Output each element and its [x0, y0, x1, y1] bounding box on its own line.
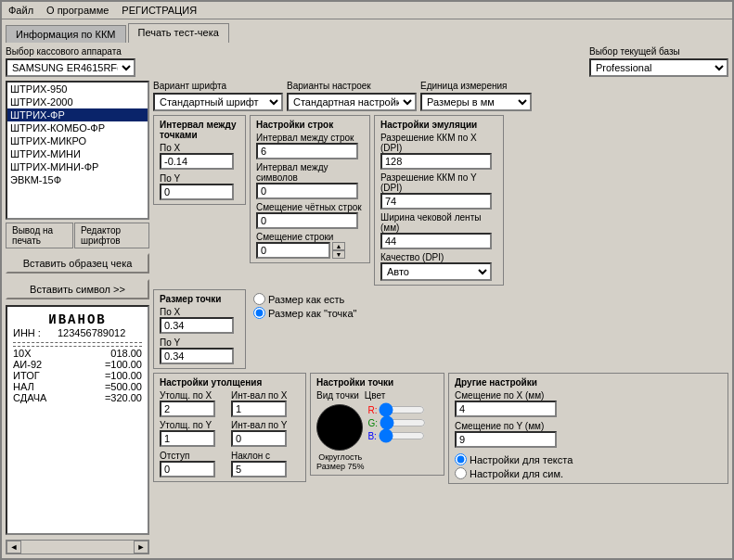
print-preview: ИВАНОВ ИНН : 123456789012 10Х018.00 АИ-9… — [6, 305, 149, 535]
interval-y-input[interactable] — [160, 184, 234, 200]
quality-select[interactable]: Авто — [380, 262, 492, 281]
third-settings-row: Размер точки По X По Y Р — [153, 289, 728, 369]
point-y-label: По Y — [160, 337, 239, 348]
b-slider[interactable] — [379, 430, 425, 441]
color-circle-container: Округлость Размер 75% — [316, 404, 364, 471]
g-slider[interactable] — [380, 417, 426, 428]
size-options-box: Размер как есть Размер как "точка" — [250, 289, 360, 323]
size-as-dot-radio[interactable] — [253, 307, 265, 319]
interval-x-input[interactable] — [160, 153, 234, 170]
thick-x-input[interactable] — [160, 401, 215, 417]
g-slider-row: G: — [367, 417, 426, 428]
menu-registration[interactable]: РЕГИСТРАЦИЯ — [119, 4, 200, 17]
tab-print-test[interactable]: Печать тест-чека — [128, 23, 229, 43]
thickening-section: Настройки утолщения Утолщ. по X Инт-вал … — [153, 373, 306, 482]
for-text-radio[interactable] — [455, 453, 467, 465]
tab-print-output[interactable]: Вывод на печать — [6, 223, 73, 248]
point-y-input[interactable] — [160, 348, 234, 364]
spin-up-btn[interactable]: ▲ — [332, 242, 345, 250]
for-text-option[interactable]: Настройки для текста — [455, 453, 722, 465]
content-area: Выбор кассового аппарата SAMSUNG ER4615R… — [2, 43, 732, 558]
b-label: B: — [367, 431, 376, 441]
indent-input[interactable] — [160, 461, 215, 477]
right-panel: Вариант шрифта Стандартный шрифт Вариант… — [153, 81, 728, 554]
list-item[interactable]: ШТРИХ-МИНИ — [7, 147, 148, 160]
settings-target-group: Настройки для текста Настройки для сим. — [455, 453, 722, 479]
size-as-is-option[interactable]: Размер как есть — [253, 293, 356, 305]
slope-label: Наклон с — [231, 451, 300, 461]
insert-sample-button[interactable]: Вставить образец чека — [6, 253, 149, 274]
list-item[interactable]: ШТРИХ-МИНИ-ФР — [7, 160, 148, 173]
size-as-dot-option[interactable]: Размер как "точка" — [253, 307, 356, 319]
base-selection-label: Выбор текущей базы — [589, 46, 728, 57]
list-item[interactable]: ШТРИХ-950 — [7, 83, 148, 95]
scroll-right-btn[interactable]: ► — [134, 541, 148, 554]
for-symbol-option[interactable]: Настройки для сим. — [455, 467, 722, 479]
base-selection-dropdown[interactable]: Professional — [589, 58, 728, 77]
thick-y-interval-input[interactable] — [231, 430, 287, 447]
list-item-selected[interactable]: ШТРИХ-ФР — [7, 108, 148, 121]
slope-input[interactable] — [231, 461, 287, 477]
row-offset-input[interactable] — [256, 242, 330, 259]
kkm-selection-dropdown[interactable]: SAMSUNG ER4615RF(K — [6, 58, 135, 77]
x-offset-label: Смещение по X (мм) — [455, 390, 722, 401]
device-listbox[interactable]: ШТРИХ-950 ШТРИХ-2000 ШТРИХ-ФР ШТРИХ-КОМБ… — [6, 81, 149, 220]
preview-row-1: АИ-92=100.00 — [13, 359, 142, 370]
settings-variant-label: Варианты настроек — [287, 81, 417, 91]
spin-down-btn[interactable]: ▼ — [332, 250, 345, 259]
dpi-y-input[interactable] — [380, 193, 492, 210]
row-offset-label: Смещение строки — [256, 232, 364, 242]
insert-symbol-button[interactable]: Вставить символ >> — [6, 279, 149, 299]
measure-unit-group: Единица измерения Размеры в мм — [420, 81, 532, 111]
tab-font-editor[interactable]: Редактор шрифтов — [74, 223, 149, 248]
list-item[interactable]: ШТРИХ-МИКРО — [7, 134, 148, 147]
preview-row-0: 10Х018.00 — [13, 348, 142, 359]
point-settings-section: Настройки точки Вид точки Цвет — [310, 373, 444, 476]
indent-label: Отступ — [160, 451, 228, 461]
measure-unit-label: Единица измерения — [420, 81, 532, 91]
other-settings-section: Другие настройки Смещение по X (мм) Смещ… — [448, 373, 728, 484]
point-x-input[interactable] — [160, 317, 234, 334]
list-item[interactable]: ШТРИХ-КОМБО-ФР — [7, 121, 148, 134]
y-offset-input[interactable] — [455, 431, 557, 448]
menu-about[interactable]: О программе — [44, 4, 111, 17]
dpi-x-input[interactable] — [380, 153, 492, 170]
list-item[interactable]: ШТРИХ-2000 — [7, 95, 148, 108]
measure-unit-select[interactable]: Размеры в мм — [420, 93, 532, 111]
tape-width-input[interactable] — [380, 233, 492, 249]
g-label: G: — [367, 418, 378, 428]
scroll-track[interactable] — [21, 541, 134, 554]
symbol-interval-input[interactable] — [256, 183, 358, 199]
point-settings-title: Настройки точки — [316, 377, 438, 388]
settings-variant-select[interactable]: Стандартная настройка — [287, 93, 417, 111]
tab-kkm-info[interactable]: Информация по ККМ — [6, 25, 126, 43]
thick-x-interval-input[interactable] — [231, 401, 287, 417]
y-offset-label: Смещение по Y (мм) — [455, 421, 722, 431]
slope-group: Наклон с — [231, 451, 300, 477]
preview-scrollbar[interactable]: ◄ ► — [6, 540, 149, 554]
even-offset-input[interactable] — [256, 212, 358, 229]
dpi-y-label: Разрешение ККМ по Y (DPI) — [380, 172, 497, 193]
for-symbol-radio[interactable] — [455, 467, 467, 479]
indent-group: Отступ — [160, 451, 228, 477]
x-offset-input[interactable] — [455, 401, 557, 417]
list-item[interactable]: ЭВКМ-15Ф — [7, 173, 148, 186]
emulation-title: Настройки эмуляции — [380, 120, 497, 130]
font-variant-label: Вариант шрифта — [153, 81, 283, 91]
color-circle[interactable] — [316, 404, 363, 451]
color-sliders: R: G: B: — [367, 404, 426, 441]
r-slider[interactable] — [379, 404, 425, 415]
dot-type-group: Вид точки — [316, 390, 359, 401]
thick-y-input[interactable] — [160, 430, 215, 447]
menu-file[interactable]: Файл — [6, 4, 36, 17]
row-interval-input[interactable] — [256, 143, 358, 159]
size-radio-group: Размер как есть Размер как "точка" — [253, 293, 356, 319]
preview-row-4: СДАЧА=320.00 — [13, 392, 142, 403]
font-variant-select[interactable]: Стандартный шрифт — [153, 93, 283, 111]
size-as-is-radio[interactable] — [253, 293, 265, 305]
dpi-x-label: Разрешение ККМ по X (DPI) — [380, 133, 497, 153]
dot-type-label: Вид точки — [316, 390, 359, 401]
scroll-left-btn[interactable]: ◄ — [6, 541, 21, 554]
thickening-title: Настройки утолщения — [160, 377, 300, 388]
kkm-selection-group: Выбор кассового аппарата SAMSUNG ER4615R… — [6, 46, 135, 77]
